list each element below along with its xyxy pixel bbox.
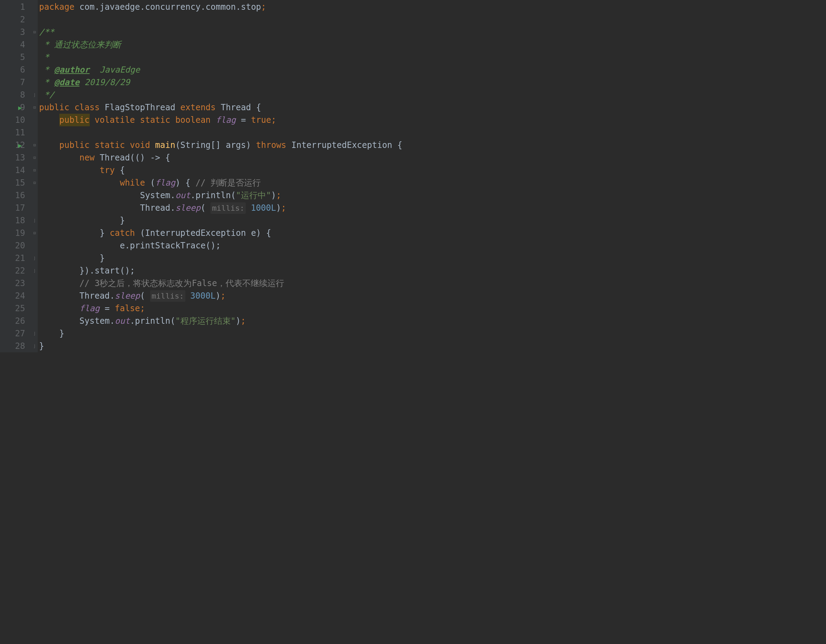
brace: }: [99, 227, 110, 239]
fold-toggle-icon[interactable]: ⊟: [31, 26, 38, 39]
line-number[interactable]: 19: [0, 227, 31, 239]
method-sleep: sleep: [175, 202, 200, 214]
fold-toggle-icon[interactable]: ⊟: [31, 101, 38, 114]
brace: }: [59, 327, 64, 340]
code-line[interactable]: *: [39, 51, 826, 63]
fold-end-icon[interactable]: ⌋: [31, 340, 38, 352]
paren: (: [200, 202, 211, 214]
code-line[interactable]: public volatile static boolean flag = tr…: [39, 114, 826, 126]
line-number[interactable]: 25: [0, 302, 31, 315]
code-line[interactable]: } catch (InterruptedException e) {: [39, 227, 826, 239]
field-out: out: [115, 315, 130, 327]
fold-toggle-icon[interactable]: ⊟: [31, 176, 38, 189]
code-line[interactable]: // 3秒之后，将状态标志改为False，代表不继续运行: [39, 277, 826, 289]
line-number[interactable]: 21: [0, 252, 31, 265]
code-line[interactable]: }: [39, 252, 826, 265]
fold-toggle-icon[interactable]: ⊟: [31, 164, 38, 176]
line-number[interactable]: 17: [0, 202, 31, 214]
run-icon[interactable]: ▶: [18, 103, 22, 112]
code-line[interactable]: }: [39, 327, 826, 340]
code-line[interactable]: [39, 126, 826, 139]
run-icon[interactable]: ▶: [18, 141, 22, 150]
end: ): [271, 189, 276, 202]
line-number[interactable]: 5: [0, 51, 31, 63]
line-number[interactable]: 14: [0, 164, 31, 176]
fold-marker: [31, 189, 38, 202]
brace: {: [393, 139, 402, 152]
code-line[interactable]: new Thread(() -> {: [39, 152, 826, 164]
keyword-public: public: [39, 101, 70, 114]
line-number-gutter: 1 2 3 4 5 6 7 8 ▶9 10 11 ▶12 13 14 15 16…: [0, 0, 31, 352]
javadoc-value: JavaEdge: [90, 63, 140, 76]
brace: }: [39, 340, 44, 352]
line-number[interactable]: 10: [0, 114, 31, 126]
line-number[interactable]: 2: [0, 13, 31, 26]
fold-toggle-icon[interactable]: ⊟: [31, 152, 38, 164]
line-number[interactable]: 13: [0, 152, 31, 164]
fold-toggle-icon[interactable]: ⊟: [31, 227, 38, 239]
code-line[interactable]: System.out.println("运行中");: [39, 189, 826, 202]
code-line[interactable]: Thread.sleep( millis: 3000L);: [39, 289, 826, 302]
code-editor[interactable]: package com.javaedge.concurrency.common.…: [38, 0, 826, 352]
code-line[interactable]: public class FlagStopThread extends Thre…: [39, 101, 826, 114]
line-number[interactable]: ▶12: [0, 139, 31, 152]
semicolon: ;: [220, 289, 225, 302]
line-number[interactable]: 8: [0, 88, 31, 101]
line-number[interactable]: ▶9: [0, 101, 31, 114]
keyword-void: void: [130, 139, 150, 152]
code-line[interactable]: while (flag) { // 判断是否运行: [39, 176, 826, 189]
line-number[interactable]: 6: [0, 63, 31, 76]
code-line[interactable]: e.printStackTrace();: [39, 239, 826, 252]
thread: Thread.: [79, 289, 115, 302]
line-number[interactable]: 22: [0, 265, 31, 277]
brace: {: [256, 101, 261, 114]
line-number[interactable]: 18: [0, 214, 31, 227]
line-number[interactable]: 23: [0, 277, 31, 289]
line-number[interactable]: 24: [0, 289, 31, 302]
line-number[interactable]: 11: [0, 126, 31, 139]
keyword-public-highlighted: public: [59, 114, 90, 126]
fold-end-icon[interactable]: ⌋: [31, 252, 38, 265]
fold-end-icon[interactable]: ⌋: [31, 265, 38, 277]
equals: =: [99, 302, 115, 315]
fold-end-icon[interactable]: ⌋: [31, 88, 38, 101]
keyword-true: true: [251, 114, 271, 126]
fold-end-icon[interactable]: ⌋: [31, 214, 38, 227]
code-line[interactable]: System.out.println("程序运行结束");: [39, 315, 826, 327]
line-number[interactable]: 1: [0, 1, 31, 13]
number-literal: 1000L: [251, 202, 276, 214]
line-number[interactable]: 20: [0, 239, 31, 252]
code-line[interactable]: * 通过状态位来判断: [39, 39, 826, 51]
code-line[interactable]: }: [39, 214, 826, 227]
fold-end-icon[interactable]: ⌋: [31, 327, 38, 340]
code-line[interactable]: * @author JavaEdge: [39, 63, 826, 76]
keyword-boolean: boolean: [175, 114, 211, 126]
code-line[interactable]: flag = false;: [39, 302, 826, 315]
fold-toggle-icon[interactable]: ⊟: [31, 139, 38, 152]
line-number[interactable]: 4: [0, 39, 31, 51]
javadoc-start: /**: [39, 26, 54, 39]
code-line[interactable]: [39, 13, 826, 26]
line-number[interactable]: 28: [0, 340, 31, 352]
code-line[interactable]: package com.javaedge.concurrency.common.…: [39, 1, 826, 13]
keyword-static: static: [140, 114, 170, 126]
line-number[interactable]: 15: [0, 176, 31, 189]
line-number[interactable]: 26: [0, 315, 31, 327]
keyword-new: new: [79, 152, 95, 164]
code-line[interactable]: }: [39, 340, 826, 352]
code-line[interactable]: }).start();: [39, 265, 826, 277]
code-line[interactable]: Thread.sleep( millis: 1000L);: [39, 202, 826, 214]
class-name: FlagStopThread: [105, 101, 175, 114]
code-line[interactable]: */: [39, 88, 826, 101]
println: .println(: [130, 315, 175, 327]
brace: }: [120, 214, 125, 227]
param-hint-millis: millis:: [150, 290, 185, 302]
code-line[interactable]: public static void main(String[] args) t…: [39, 139, 826, 152]
line-number[interactable]: 7: [0, 76, 31, 88]
line-number[interactable]: 27: [0, 327, 31, 340]
code-line[interactable]: /**: [39, 26, 826, 39]
code-line[interactable]: * @date 2019/8/29: [39, 76, 826, 88]
line-number[interactable]: 16: [0, 189, 31, 202]
line-number[interactable]: 3: [0, 26, 31, 39]
code-line[interactable]: try {: [39, 164, 826, 176]
